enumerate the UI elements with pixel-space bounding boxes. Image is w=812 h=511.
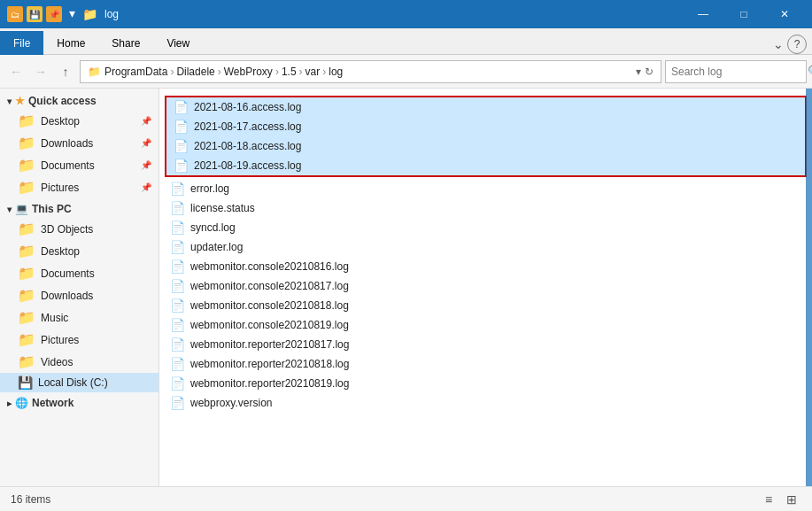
path-segment-5[interactable]: log xyxy=(329,66,343,78)
file-name-license: license.status xyxy=(190,202,255,214)
path-segment-4[interactable]: var xyxy=(305,66,321,78)
file-name-wmc-0817: webmonitor.console20210817.log xyxy=(190,280,349,292)
window-title: log xyxy=(104,8,683,20)
pin-icon-desktop: 📌 xyxy=(141,116,151,126)
file-item-wmc-0819[interactable]: 📄 webmonitor.console20210819.log xyxy=(159,315,812,335)
minimize-button[interactable]: — xyxy=(683,0,723,28)
this-pc-icon: 💻 xyxy=(15,203,28,215)
file-icon-updater: 📄 xyxy=(170,240,185,254)
main-layout: ▾ ★ Quick access 📁 Desktop 📌 📁 Downloads… xyxy=(0,89,812,486)
local-disk-icon: 💾 xyxy=(18,376,33,390)
folder-icon-videos: 📁 xyxy=(18,353,35,370)
sidebar-item-music-pc[interactable]: 📁 Music xyxy=(0,306,159,329)
sidebar-group-quick-access[interactable]: ▾ ★ Quick access xyxy=(0,92,159,110)
sidebar-item-local-disk[interactable]: 💾 Local Disk (C:) xyxy=(0,373,159,392)
file-item-syncd-log[interactable]: 📄 syncd.log xyxy=(159,218,812,237)
folder-icon-downloads-q: 📁 xyxy=(18,135,35,151)
tb-icon-2: 💾 xyxy=(27,6,43,22)
folder-icon-documents-q: 📁 xyxy=(18,157,35,174)
close-button[interactable]: ✕ xyxy=(764,0,805,28)
file-item-wmc-0816[interactable]: 📄 webmonitor.console20210816.log xyxy=(159,257,812,276)
file-name-selected-3: 2021-08-19.access.log xyxy=(194,159,301,172)
path-segment-0[interactable]: ProgramData xyxy=(104,66,167,78)
content-area: 📄 2021-08-16.access.log 📄 2021-08-17.acc… xyxy=(159,89,812,486)
file-list: 📄 2021-08-16.access.log 📄 2021-08-17.acc… xyxy=(159,89,812,416)
search-input[interactable] xyxy=(671,66,804,78)
file-item-wmr-0819[interactable]: 📄 webmonitor.reporter20210819.log xyxy=(159,374,812,393)
path-dropdown-arrow[interactable]: ▾ xyxy=(636,66,641,78)
refresh-icon[interactable]: ↻ xyxy=(645,66,653,78)
sidebar-item-downloads-pc[interactable]: 📁 Downloads xyxy=(0,284,159,306)
status-bar: 16 items ≡ ⊞ xyxy=(0,486,812,511)
ribbon-collapse-button[interactable]: ⌄ xyxy=(773,37,784,51)
sidebar-item-videos-label: Videos xyxy=(41,356,73,368)
tab-view[interactable]: View xyxy=(153,31,203,55)
file-item-wmr-0817[interactable]: 📄 webmonitor.reporter20210817.log xyxy=(159,335,812,354)
ribbon-right-controls: ⌄ ? xyxy=(773,35,812,54)
tb-icon-1: 🗂 xyxy=(7,6,23,22)
file-name-syncd: syncd.log xyxy=(190,221,236,234)
tab-home[interactable]: Home xyxy=(43,31,98,55)
tab-file[interactable]: File xyxy=(0,31,43,55)
network-label: Network xyxy=(32,397,73,409)
sidebar-item-documents-quick[interactable]: 📁 Documents 📌 xyxy=(0,154,159,176)
dropdown-arrow[interactable]: ▾ xyxy=(69,6,75,22)
file-name-wmc-0816: webmonitor.console20210816.log xyxy=(190,260,349,273)
file-item-webproxy-version[interactable]: 📄 webproxy.version xyxy=(159,393,812,413)
sidebar-item-pictures-quick[interactable]: 📁 Pictures 📌 xyxy=(0,176,159,198)
sidebar-section-quick-access: ▾ ★ Quick access 📁 Desktop 📌 📁 Downloads… xyxy=(0,92,159,198)
file-icon-wmc-0817: 📄 xyxy=(170,279,185,293)
address-bar: ← → ↑ 📁 ProgramData › Diladele › WebProx… xyxy=(0,55,812,89)
file-icon-3: 📄 xyxy=(174,159,189,173)
file-item-wmc-0818[interactable]: 📄 webmonitor.console20210818.log xyxy=(159,296,812,315)
file-item-updater-log[interactable]: 📄 updater.log xyxy=(159,237,812,257)
back-button[interactable]: ← xyxy=(5,61,27,82)
sidebar-section-this-pc: ▾ 💻 This PC 📁 3D Objects 📁 Desktop 📁 Doc… xyxy=(0,200,159,392)
folder-icon-downloads-pc: 📁 xyxy=(18,287,35,304)
tab-share[interactable]: Share xyxy=(98,31,153,55)
sidebar-item-desktop-pc[interactable]: 📁 Desktop xyxy=(0,240,159,262)
forward-button[interactable]: → xyxy=(30,61,51,82)
sidebar-group-this-pc[interactable]: ▾ 💻 This PC xyxy=(0,200,159,218)
file-name-wmc-0819: webmonitor.console20210819.log xyxy=(190,319,349,331)
sidebar-item-downloads-q-label: Downloads xyxy=(41,137,93,150)
file-item-license-status[interactable]: 📄 license.status xyxy=(159,198,812,218)
file-name-updater: updater.log xyxy=(190,241,243,253)
sidebar-section-network: ▸ 🌐 Network xyxy=(0,394,159,412)
sidebar-item-desktop-quick[interactable]: 📁 Desktop 📌 xyxy=(0,110,159,132)
path-segment-1[interactable]: Diladele xyxy=(176,66,214,78)
list-view-button[interactable]: ≡ xyxy=(759,490,778,509)
sidebar-item-pictures-pc-label: Pictures xyxy=(41,334,79,346)
sidebar-item-documents-q-label: Documents xyxy=(41,159,95,172)
file-icon-wmc-0818: 📄 xyxy=(170,298,185,313)
details-view-button[interactable]: ⊞ xyxy=(782,490,801,509)
path-segment-3[interactable]: 1.5 xyxy=(282,66,297,78)
file-icon-error: 📄 xyxy=(170,182,185,196)
sidebar-item-videos-pc[interactable]: 📁 Videos xyxy=(0,351,159,373)
file-item-wmc-0817[interactable]: 📄 webmonitor.console20210817.log xyxy=(159,276,812,296)
file-item-selected-1[interactable]: 📄 2021-08-17.access.log xyxy=(166,117,805,136)
file-name-wmr-0819: webmonitor.reporter20210819.log xyxy=(190,377,349,390)
file-item-selected-0[interactable]: 📄 2021-08-16.access.log xyxy=(166,97,805,117)
sidebar-group-network[interactable]: ▸ 🌐 Network xyxy=(0,394,159,412)
file-item-selected-3[interactable]: 📄 2021-08-19.access.log xyxy=(166,156,805,175)
path-segment-2[interactable]: WebProxy xyxy=(224,66,273,78)
sidebar-item-documents-pc[interactable]: 📁 Documents xyxy=(0,262,159,284)
title-bar: 🗂 💾 📌 ▾ 📁 log — □ ✕ xyxy=(0,0,812,28)
up-button[interactable]: ↑ xyxy=(55,61,76,82)
address-path[interactable]: 📁 ProgramData › Diladele › WebProxy › 1.… xyxy=(80,60,661,83)
folder-icon-pictures-q: 📁 xyxy=(18,179,35,196)
folder-icon-3dobjects: 📁 xyxy=(18,221,35,237)
file-item-error-log[interactable]: 📄 error.log xyxy=(159,179,812,198)
sidebar-item-3dobjects[interactable]: 📁 3D Objects xyxy=(0,218,159,240)
network-arrow: ▸ xyxy=(7,399,12,408)
sidebar-item-downloads-quick[interactable]: 📁 Downloads 📌 xyxy=(0,132,159,154)
file-item-selected-2[interactable]: 📄 2021-08-18.access.log xyxy=(166,136,805,156)
file-icon-wmr-0818: 📄 xyxy=(170,357,185,371)
help-button[interactable]: ? xyxy=(787,35,807,54)
search-box[interactable]: 🔍 xyxy=(665,60,807,83)
sidebar-item-pictures-pc[interactable]: 📁 Pictures xyxy=(0,329,159,351)
file-item-wmr-0818[interactable]: 📄 webmonitor.reporter20210818.log xyxy=(159,354,812,374)
maximize-button[interactable]: □ xyxy=(723,0,764,28)
sidebar-item-documents-pc-label: Documents xyxy=(41,267,95,280)
